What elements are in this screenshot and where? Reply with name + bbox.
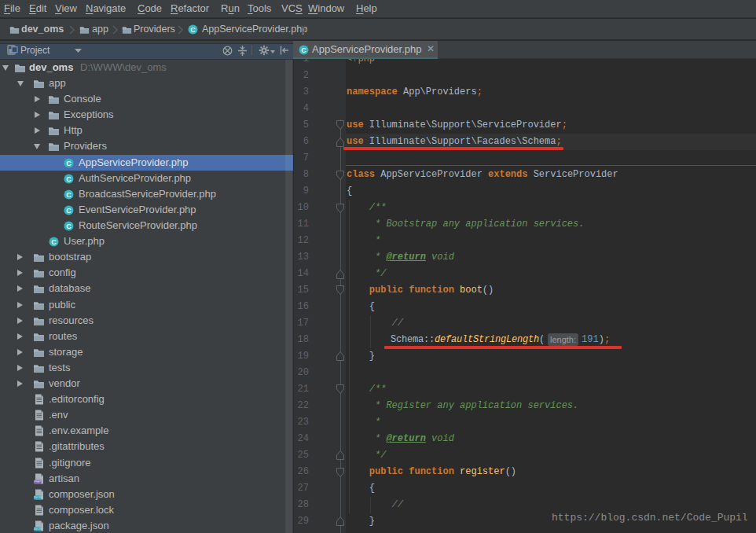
svg-text:C: C: [301, 46, 306, 54]
svg-text:C: C: [190, 26, 196, 34]
svg-text:C: C: [66, 191, 72, 199]
svg-text:C: C: [66, 160, 72, 167]
svg-text:JSON: JSON: [34, 495, 42, 499]
svg-text:JSON: JSON: [34, 527, 42, 531]
svg-text:C: C: [66, 207, 72, 215]
svg-text:C: C: [66, 175, 72, 183]
svg-text:C: C: [66, 222, 72, 230]
svg-text:PHP: PHP: [34, 480, 41, 483]
svg-text:C: C: [51, 238, 57, 246]
